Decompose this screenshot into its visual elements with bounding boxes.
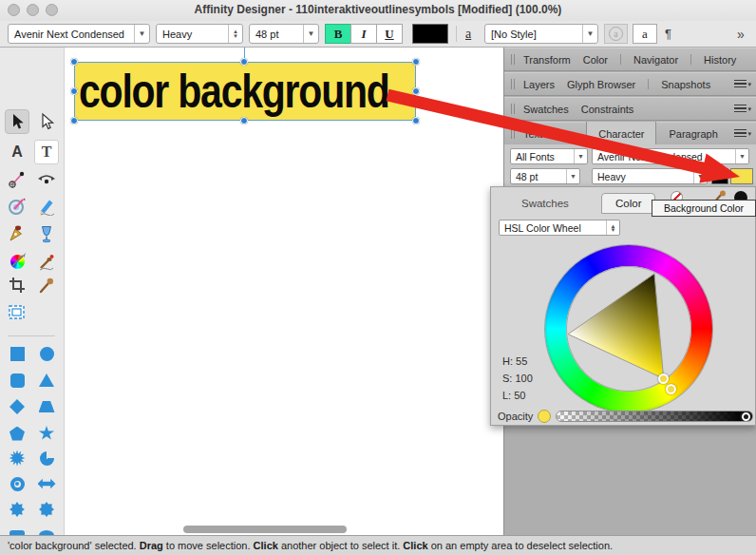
transparency-tool[interactable]	[34, 221, 59, 246]
color-model-combo[interactable]: HSL Color Wheel ▲▼	[499, 220, 620, 236]
font-size-combo[interactable]: 48 pt ▼	[249, 24, 319, 44]
opacity-slider-handle[interactable]	[740, 411, 752, 422]
char-fill-color-swatch[interactable]	[711, 168, 728, 184]
chevron-down-icon[interactable]: ▼	[735, 149, 748, 163]
panel-grip-icon[interactable]	[511, 128, 515, 139]
selected-text-object[interactable]: color background	[74, 62, 416, 121]
color-picker-tool[interactable]	[34, 273, 59, 297]
horizontal-scrollbar[interactable]	[183, 526, 347, 533]
pen-tool[interactable]	[5, 221, 29, 246]
hue-ring-handle[interactable]	[666, 384, 676, 394]
paint-brush-tool[interactable]	[34, 249, 59, 274]
popup-tab-swatches[interactable]: Swatches	[508, 193, 582, 214]
tab-navigator[interactable]: Navigator	[633, 54, 678, 66]
char-font-weight-combo[interactable]: Heavy ▼	[592, 168, 708, 184]
double-arrow-tool[interactable]	[34, 471, 59, 496]
artboard-tool[interactable]	[5, 300, 29, 325]
chevron-down-icon[interactable]: ▼	[134, 25, 149, 43]
selection-handle-bottom-right[interactable]	[412, 117, 420, 124]
panel-menu-icon[interactable]: ▾	[734, 80, 751, 88]
crop-tool[interactable]	[5, 273, 29, 297]
current-color-swatch[interactable]	[538, 410, 551, 423]
font-family-combo[interactable]: Avenir Next Condensed ▼	[8, 24, 150, 44]
selection-handle-mid-right[interactable]	[412, 87, 420, 95]
char-font-family-combo[interactable]: Avenir Next Condensed ▼	[592, 148, 749, 164]
tab-text-styles[interactable]: Text Styles	[523, 128, 574, 140]
chevron-down-icon[interactable]: ▼	[574, 149, 587, 163]
artistic-text-tool[interactable]: A	[5, 140, 29, 164]
toolbar-overflow-button[interactable]: »	[737, 27, 745, 42]
node-tool[interactable]	[34, 109, 59, 134]
fill-tool[interactable]	[5, 194, 29, 219]
selection-handle-top-center[interactable]	[240, 58, 248, 66]
font-collection-combo[interactable]: All Fonts ▼	[510, 148, 588, 164]
tab-snapshots[interactable]: Snapshots	[661, 79, 710, 90]
tab-glyph-browser[interactable]: Glyph Browser	[567, 79, 635, 90]
triangle-handle[interactable]	[658, 373, 669, 384]
burst-tool[interactable]	[5, 446, 29, 470]
trapezoid-tool[interactable]	[34, 394, 59, 419]
panel-grip-icon[interactable]	[511, 104, 515, 114]
panel-menu-icon[interactable]: ▾	[734, 105, 751, 113]
bold-button[interactable]: B	[325, 24, 351, 44]
char-font-size-combo[interactable]: 48 pt ▼	[510, 168, 580, 184]
cog-tool[interactable]	[5, 497, 29, 522]
text-fill-swatch[interactable]	[412, 24, 448, 44]
char-background-color-swatch[interactable]	[730, 168, 753, 184]
tab-transform[interactable]: Transform	[523, 54, 571, 66]
tab-color[interactable]: Color	[583, 54, 608, 66]
selection-handle-bottom-center[interactable]	[240, 117, 248, 124]
saturation-lightness-triangle[interactable]	[545, 245, 712, 412]
chevron-down-icon[interactable]: ▼	[303, 25, 318, 43]
selection-handle-mid-left[interactable]	[70, 87, 78, 95]
selection-handle-bottom-left[interactable]	[70, 117, 78, 124]
frame-text-tool[interactable]: T	[34, 140, 59, 164]
triangle-tool[interactable]	[34, 368, 59, 392]
popup-tab-color[interactable]: Color	[601, 193, 655, 214]
font-weight-combo[interactable]: Heavy ▲▼	[156, 24, 243, 44]
selection-handle-top-right[interactable]	[412, 58, 420, 66]
rectangle-tool[interactable]	[5, 341, 29, 366]
show-character-button[interactable]: a	[633, 24, 657, 44]
vector-brush-tool[interactable]	[5, 249, 29, 274]
show-special-characters-button[interactable]: ¶	[665, 27, 671, 41]
tab-character-active[interactable]: Character	[586, 122, 656, 145]
star-tool[interactable]	[34, 421, 59, 446]
panel-menu-icon[interactable]: ▾	[734, 129, 751, 138]
node-editor-tool[interactable]	[34, 167, 59, 192]
text-object-content[interactable]: color background	[79, 67, 389, 115]
chevron-down-icon[interactable]: ▼	[566, 169, 579, 183]
italic-button[interactable]: I	[350, 24, 377, 44]
donut-tool[interactable]	[5, 471, 29, 496]
move-tool[interactable]	[5, 109, 29, 134]
chevron-down-icon[interactable]: ▼	[693, 169, 707, 183]
crop-icon	[8, 276, 27, 295]
point-transform-tool[interactable]	[5, 167, 29, 192]
diamond-tool[interactable]	[5, 394, 29, 419]
pie-tool[interactable]	[34, 446, 59, 470]
panel-grip-icon[interactable]	[511, 54, 515, 65]
chevron-down-icon[interactable]: ▼	[582, 25, 597, 43]
underline-button[interactable]: U	[376, 24, 403, 44]
selection-handle-top-left[interactable]	[70, 58, 78, 66]
rounded-rectangle-tool[interactable]	[5, 368, 29, 392]
opacity-slider[interactable]	[556, 411, 753, 422]
ellipse-tool[interactable]	[34, 341, 59, 366]
hsl-color-wheel[interactable]	[545, 245, 712, 412]
tab-swatches[interactable]: Swatches	[523, 104, 569, 115]
text-style-combo[interactable]: [No Style] ▼	[484, 24, 598, 44]
stepper-icon[interactable]: ▲▼	[228, 25, 242, 43]
cloud-tool[interactable]	[34, 497, 59, 522]
character-style-icon[interactable]: a	[465, 27, 471, 42]
tab-layers[interactable]: Layers	[523, 79, 555, 90]
tab-paragraph[interactable]: Paragraph	[669, 128, 717, 140]
tab-constraints[interactable]: Constraints	[581, 104, 634, 115]
stepper-icon[interactable]: ▲▼	[606, 220, 619, 235]
app-window: Affinity Designer - 110interaktiveoutlin…	[0, 0, 756, 555]
canvas[interactable]: color background	[65, 48, 503, 535]
panel-grip-icon[interactable]	[511, 79, 515, 89]
panel-group-text: Text Styles Character Paragraph ▾	[504, 122, 756, 145]
pencil-tool[interactable]	[34, 194, 59, 219]
polygon-tool[interactable]	[5, 421, 29, 446]
tab-history[interactable]: History	[704, 54, 736, 66]
